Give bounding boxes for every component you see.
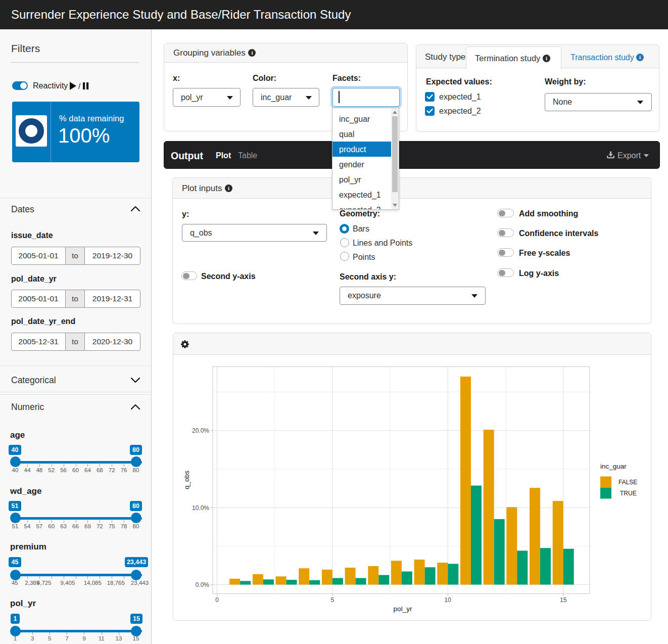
svg-text:0.0%: 0.0% — [196, 581, 210, 588]
svg-text:/: / — [78, 82, 81, 90]
svg-text:15: 15 — [560, 596, 567, 604]
svg-text:0: 0 — [215, 596, 219, 604]
svg-text:5: 5 — [331, 596, 335, 604]
svg-text:10.0%: 10.0% — [192, 504, 209, 512]
svg-text:TRUE: TRUE — [620, 490, 637, 497]
svg-text:inc_guar: inc_guar — [600, 463, 627, 470]
svg-text:20.0%: 20.0% — [192, 427, 209, 434]
svg-text:10: 10 — [445, 596, 452, 604]
svg-text:FALSE: FALSE — [618, 479, 637, 486]
svg-text:pol_yr: pol_yr — [394, 605, 412, 613]
svg-text:q_obs: q_obs — [183, 471, 190, 489]
